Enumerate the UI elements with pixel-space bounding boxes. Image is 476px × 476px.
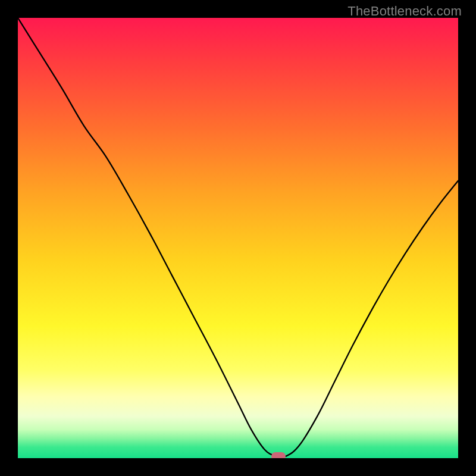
bottleneck-curve	[18, 18, 458, 458]
chart-plot-area	[18, 18, 458, 458]
optimal-point-marker	[271, 452, 286, 458]
watermark-text: TheBottleneck.com	[347, 4, 462, 19]
